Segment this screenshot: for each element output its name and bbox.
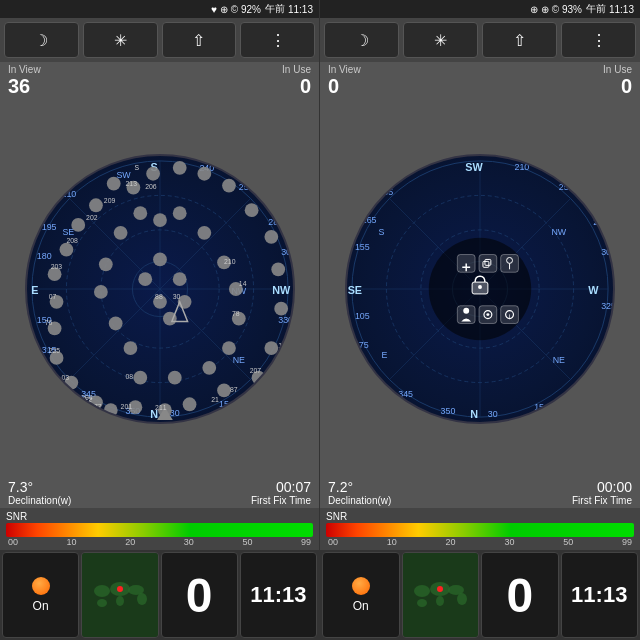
svg-text:03: 03 bbox=[61, 373, 69, 380]
svg-point-50 bbox=[271, 262, 285, 276]
left-fix-time-label: First Fix Time bbox=[251, 495, 311, 506]
svg-text:210: 210 bbox=[514, 161, 529, 171]
svg-point-71 bbox=[153, 213, 167, 227]
svg-point-61 bbox=[123, 341, 137, 355]
svg-text:165: 165 bbox=[362, 214, 377, 224]
svg-point-60 bbox=[108, 316, 122, 330]
left-map-tile[interactable] bbox=[81, 552, 158, 638]
svg-text:330: 330 bbox=[278, 315, 293, 325]
svg-text:213: 213 bbox=[125, 179, 137, 186]
svg-point-63 bbox=[167, 370, 181, 384]
svg-text:208: 208 bbox=[66, 236, 78, 243]
svg-text:255: 255 bbox=[559, 182, 574, 192]
left-snr-label: SNR bbox=[6, 511, 313, 522]
right-share-button[interactable]: ⇧ bbox=[482, 22, 557, 58]
svg-text:285: 285 bbox=[593, 216, 608, 226]
right-zero-value: 0 bbox=[506, 568, 533, 623]
svg-text:SE: SE bbox=[348, 283, 362, 295]
svg-point-114 bbox=[117, 586, 123, 592]
svg-point-74 bbox=[172, 272, 186, 286]
left-snr-section: SNR 00 10 20 30 50 99 bbox=[0, 508, 319, 550]
svg-text:209: 209 bbox=[103, 197, 115, 204]
right-status-bar: ⊕ ⊕ © 93% 午前 11:13 bbox=[320, 0, 640, 18]
svg-point-48 bbox=[264, 341, 278, 355]
right-bottom-tiles: On 0 11:13 bbox=[320, 550, 640, 640]
right-map-tile[interactable] bbox=[402, 552, 480, 638]
left-zero-tile[interactable]: 0 bbox=[161, 552, 238, 638]
svg-text:E: E bbox=[381, 349, 387, 359]
right-fix-time-value: 00:00 bbox=[597, 479, 632, 495]
svg-text:17: 17 bbox=[278, 342, 286, 349]
svg-point-33 bbox=[89, 198, 103, 212]
svg-text:203: 203 bbox=[50, 263, 62, 270]
left-info-row: In View 36 In Use 0 bbox=[0, 62, 319, 100]
left-menu-button[interactable]: ⋮ bbox=[240, 22, 315, 58]
left-star-button[interactable]: ✳ bbox=[83, 22, 158, 58]
left-moon-button[interactable]: ☽ bbox=[4, 22, 79, 58]
svg-point-51 bbox=[264, 229, 278, 243]
svg-text:87: 87 bbox=[229, 386, 237, 393]
svg-point-56 bbox=[133, 206, 147, 220]
svg-point-172 bbox=[437, 586, 443, 592]
right-radar-container: SW N SE W S NW E NE 210 255 285 300 325 … bbox=[320, 100, 640, 477]
right-toolbar: ☽ ✳ ⇧ ⋮ bbox=[320, 18, 640, 62]
left-in-view-value: 36 bbox=[8, 75, 41, 98]
left-on-tile[interactable]: On bbox=[2, 552, 79, 638]
right-declination-label: Declination(w) bbox=[328, 495, 391, 506]
svg-point-34 bbox=[71, 218, 85, 232]
svg-text:NW: NW bbox=[272, 283, 291, 295]
svg-point-166 bbox=[414, 585, 430, 597]
right-fix-time-label: First Fix Time bbox=[572, 495, 632, 506]
right-bottom-info: 7.2° Declination(w) 00:00 First Fix Time bbox=[320, 477, 640, 508]
right-time-tile[interactable]: 11:13 bbox=[561, 552, 639, 638]
svg-text:15: 15 bbox=[534, 402, 544, 412]
left-snr-bar bbox=[6, 523, 313, 537]
svg-text:180: 180 bbox=[36, 251, 51, 261]
svg-point-156 bbox=[478, 285, 482, 289]
left-toolbar: ☽ ✳ ⇧ ⋮ bbox=[0, 18, 319, 62]
svg-text:206: 206 bbox=[145, 183, 157, 190]
right-snr-section: SNR 00 10 20 30 50 99 bbox=[320, 508, 640, 550]
svg-text:08: 08 bbox=[125, 372, 133, 379]
svg-text:78: 78 bbox=[231, 309, 239, 316]
svg-text:300: 300 bbox=[601, 246, 613, 256]
right-info-row: In View 0 In Use 0 bbox=[320, 62, 640, 100]
left-radar-container: S N E NW SW NW SE NE 240 255 285 300 330… bbox=[0, 100, 319, 477]
left-status-bar: ♥ ⊕ © 92% 午前 11:13 bbox=[0, 0, 319, 18]
right-declination-value: 7.2° bbox=[328, 479, 353, 495]
left-share-button[interactable]: ⇧ bbox=[162, 22, 237, 58]
svg-point-169 bbox=[436, 596, 444, 606]
right-on-tile[interactable]: On bbox=[322, 552, 400, 638]
svg-text:207: 207 bbox=[249, 366, 261, 373]
svg-text:77: 77 bbox=[93, 403, 101, 410]
left-map-bg bbox=[82, 553, 157, 637]
left-in-use-label: In Use bbox=[282, 64, 311, 75]
right-snr-ticks: 00 10 20 30 50 99 bbox=[326, 537, 634, 547]
left-snr-ticks: 00 10 20 30 50 99 bbox=[6, 537, 313, 547]
right-on-label: On bbox=[353, 599, 369, 613]
left-in-use-value: 0 bbox=[282, 75, 311, 98]
svg-point-62 bbox=[133, 370, 147, 384]
svg-point-42 bbox=[103, 403, 117, 417]
left-declination-label: Declination(w) bbox=[8, 495, 71, 506]
right-snr-label: SNR bbox=[326, 511, 634, 522]
left-time-tile[interactable]: 11:13 bbox=[240, 552, 317, 638]
svg-text:N: N bbox=[470, 408, 478, 420]
left-bottom-info: 7.3° Declination(w) 00:07 First Fix Time bbox=[0, 477, 319, 508]
svg-text:W: W bbox=[588, 283, 599, 295]
left-in-view-label: In View bbox=[8, 64, 41, 75]
right-moon-button[interactable]: ☽ bbox=[324, 22, 399, 58]
right-menu-button[interactable]: ⋮ bbox=[561, 22, 636, 58]
svg-point-45 bbox=[182, 397, 196, 411]
svg-point-109 bbox=[97, 599, 107, 607]
left-status-time: 11:13 bbox=[288, 4, 313, 15]
left-on-label: On bbox=[33, 599, 49, 613]
right-star-button[interactable]: ✳ bbox=[403, 22, 478, 58]
svg-text:15: 15 bbox=[219, 399, 229, 409]
svg-rect-147 bbox=[479, 254, 497, 272]
svg-point-69 bbox=[197, 225, 211, 239]
svg-point-35 bbox=[59, 242, 73, 256]
right-zero-tile[interactable]: 0 bbox=[481, 552, 559, 638]
svg-point-59 bbox=[93, 285, 107, 299]
left-radar: S N E NW SW NW SE NE 240 255 285 300 330… bbox=[25, 154, 295, 424]
